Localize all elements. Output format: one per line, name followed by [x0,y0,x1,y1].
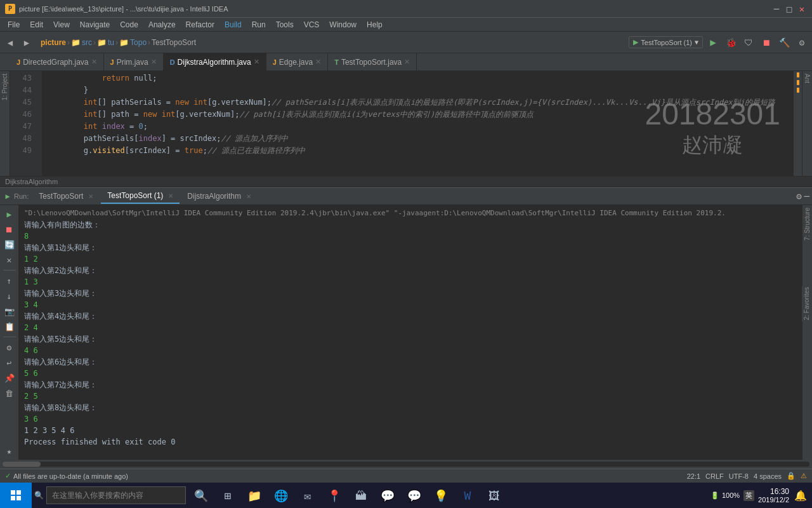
breadcrumb-picture[interactable]: picture [41,38,66,47]
tab-edge-close[interactable]: ✕ [315,58,321,66]
taskbar-app-apps[interactable]: ⊞ [215,483,240,508]
editor-area: 1: Project 43 44 45 46 47 48 49 return n… [0,71,812,176]
debug-button[interactable]: 🐞 [723,35,738,50]
tab-testtoposort-close[interactable]: ✕ [404,58,410,66]
tab-directedgraph-label: DirectedGraph.java [23,58,88,67]
taskbar-notifications[interactable]: 🔔 [794,490,807,502]
tab-edge[interactable]: J Edge.java ✕ [266,53,329,71]
coverage-button[interactable]: 🛡 [741,35,756,50]
panel-settings-button[interactable]: ⚙ [796,191,801,201]
tab-directedgraph-close[interactable]: ✕ [91,58,97,66]
taskbar-app-edge[interactable]: 🌐 [268,483,294,508]
encoding[interactable]: UTF-8 [729,472,749,480]
run-close-button[interactable]: ✕ [3,253,16,266]
structure-panel-label[interactable]: 7: Structure [804,208,811,241]
indent[interactable]: 4 spaces [754,472,782,480]
menu-analyze[interactable]: Analyze [143,19,181,30]
run-scroll-down[interactable]: ↓ [3,290,16,302]
taskbar-search[interactable]: 在这里输入你要搜索的内容 [46,486,186,504]
output-line-6: 1 3 [24,276,797,288]
cursor-position[interactable]: 22:1 [687,472,700,480]
panel-minimize-button[interactable]: ─ [804,191,809,201]
tab-testtoposort[interactable]: T TestTopoSort.java ✕ [328,53,417,71]
tab-dijkstra-close[interactable]: ✕ [254,58,259,66]
titlebar: P picture [E:\idea\week_13s\picture] - .… [0,0,812,18]
clock[interactable]: 16:30 2019/12/2 [758,487,789,504]
menu-window[interactable]: Window [324,19,362,30]
taskbar-app-chat[interactable]: 💬 [375,483,400,508]
minimize-button[interactable]: ─ [771,4,782,14]
status-git[interactable]: ✓ All files are up-to-date (a minute ago… [5,472,128,480]
line-num-46: 46 [10,109,37,121]
breadcrumb-testtoposort[interactable]: TestTopoSort [152,38,196,47]
run-trash[interactable]: 🗑 [3,387,16,399]
taskbar-app-maps[interactable]: 📍 [322,483,347,508]
menu-build[interactable]: Build [219,19,247,30]
start-button[interactable] [0,483,32,508]
run-stop-button[interactable]: ⏹ [3,223,16,236]
bottom-tab-dijstra[interactable]: DijstraAlgorithm ✕ [181,189,258,203]
breadcrumb-src[interactable]: src [82,38,92,47]
tab-directedgraph[interactable]: J DirectedGraph.java ✕ [10,53,104,71]
menu-run[interactable]: Run [247,19,271,30]
project-panel-toggle[interactable]: 1: Project [1,74,8,100]
java-icon-dijkstra: D [170,58,175,66]
run-screenshot[interactable]: 📷 [3,305,16,318]
menu-edit[interactable]: Edit [25,19,48,30]
taskbar-app-pictures[interactable]: 🖼 [481,483,507,508]
menu-help[interactable]: Help [362,19,388,30]
menu-navigate[interactable]: Navigate [75,19,115,30]
taskbar-app-word[interactable]: W [455,483,480,508]
run-copy[interactable]: 📋 [3,320,16,333]
run-config-selector[interactable]: ▶ TestTopoSort (1) ▼ [629,36,703,48]
tab-prim-close[interactable]: ✕ [151,58,157,66]
bottom-tab-testtoposort1-close[interactable]: ✕ [168,192,173,199]
taskbar-battery[interactable]: 🔋 [710,491,719,500]
stop-button[interactable]: ⏹ [759,35,774,50]
bottom-tab-dijstra-close[interactable]: ✕ [246,193,251,200]
taskbar-app-mail[interactable]: ✉ [295,483,320,508]
tab-dijkstra[interactable]: D DijkstraAlgorithm.java ✕ [164,53,266,71]
output-cmd: "D:\LenovoQMDownload\SoftMgr\IntelliJ ID… [24,208,797,219]
back-button[interactable]: ◀ [3,35,18,50]
menu-vcs[interactable]: VCS [299,19,325,30]
run-button[interactable]: ▶ [705,35,721,50]
run-settings-small[interactable]: ⚙ [3,341,16,354]
breadcrumb-tu[interactable]: tu [108,38,114,47]
taskbar-app-idea[interactable]: 💡 [428,483,454,508]
taskbar-volume[interactable]: 100% [722,491,740,499]
menu-code[interactable]: Code [115,19,143,30]
taskbar-app-wechat[interactable]: 💬 [402,483,427,508]
java-icon-edge: J [273,58,277,66]
line-separator[interactable]: CRLF [705,472,724,480]
favorites-panel[interactable]: 2: Favorites [802,286,811,321]
ant-panel[interactable]: Ant [804,74,811,83]
taskbar-app-explorer[interactable]: 📁 [242,483,267,508]
taskbar-lang[interactable]: 英 [743,490,754,501]
menu-refactor[interactable]: Refactor [181,19,219,30]
taskbar-right: 🔋 100% 英 16:30 2019/12/2 🔔 [710,487,812,504]
breadcrumb-topo[interactable]: Topo [130,38,147,47]
taskbar-app-search[interactable]: 🔍 [188,483,214,508]
run-scroll-up[interactable]: ↑ [3,274,16,287]
maximize-button[interactable]: □ [784,4,794,14]
menu-view[interactable]: View [48,19,75,30]
forward-button[interactable]: ▶ [19,35,34,50]
bottom-tab-testtoposort1[interactable]: TestTopoSort (1) ✕ [101,189,180,204]
run-pin[interactable]: 📌 [3,371,16,384]
run-wrap[interactable]: ↩ [3,356,16,369]
bottom-tab-testtoposort-close[interactable]: ✕ [88,193,93,200]
tab-prim[interactable]: J Prim.java ✕ [104,53,164,71]
bottom-tab-testtoposort[interactable]: TestTopoSort ✕ [32,189,100,203]
run-restart-button[interactable]: ▶ [3,208,16,220]
build-button[interactable]: 🔨 [776,35,792,50]
close-button[interactable]: ✕ [797,4,807,14]
run-output: "D:\LenovoQMDownload\SoftMgr\IntelliJ ID… [19,205,802,460]
menu-tools[interactable]: Tools [271,19,299,30]
run-rerun-button[interactable]: 🔄 [3,238,16,251]
menu-file[interactable]: File [3,19,25,30]
run-favorite[interactable]: ★ [3,444,16,457]
code-content[interactable]: return null; } int[] pathSerials = new i… [42,71,793,176]
taskbar-app-photos[interactable]: 🏔 [348,483,374,508]
settings-button[interactable]: ⚙ [794,35,809,50]
